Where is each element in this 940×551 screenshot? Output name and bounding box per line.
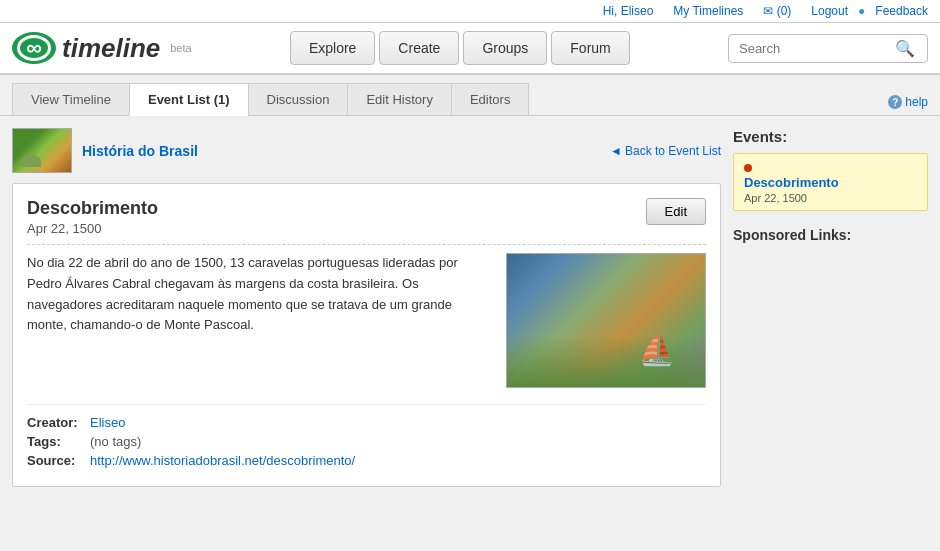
creator-value: Eliseo — [90, 415, 125, 430]
timeline-thumbnail — [12, 128, 72, 173]
hi-user-link[interactable]: Hi, Eliseo — [603, 4, 654, 18]
tab-edit-history[interactable]: Edit History — [347, 83, 450, 115]
help-icon: ? — [888, 95, 902, 109]
help-label: help — [905, 95, 928, 109]
header: timeline beta Explore Create Groups Foru… — [0, 23, 940, 75]
search-input[interactable] — [735, 35, 895, 62]
tab-event-list[interactable]: Event List (1) — [129, 83, 248, 116]
tags-value: (no tags) — [90, 434, 141, 449]
tab-view-timeline[interactable]: View Timeline — [12, 83, 129, 115]
event-body: No dia 22 de abril do ano de 1500, 13 ca… — [27, 253, 706, 388]
back-to-event-list-link[interactable]: ◄ Back to Event List — [610, 144, 721, 158]
right-panel: Events: Descobrimento Apr 22, 1500 Spons… — [733, 128, 928, 504]
groups-button[interactable]: Groups — [463, 31, 547, 65]
timeline-title: História do Brasil — [82, 143, 198, 159]
sidebar-event-link[interactable]: Descobrimento — [744, 175, 917, 190]
events-title: Events: — [733, 128, 928, 145]
source-link[interactable]: http://www.historiadobrasil.net/descobri… — [90, 453, 355, 468]
event-separator — [27, 244, 706, 245]
tags-label: Tags: — [27, 434, 82, 449]
event-title: Descobrimento — [27, 198, 158, 219]
creator-link[interactable]: Eliseo — [90, 415, 125, 430]
sponsored-section: Sponsored Links: — [733, 227, 928, 243]
my-timelines-link[interactable]: My Timelines — [673, 4, 743, 18]
event-title-area: Descobrimento Apr 22, 1500 — [27, 198, 158, 236]
logo-icon — [12, 32, 56, 64]
logo-beta: beta — [170, 42, 191, 54]
tabs-container: View Timeline Event List (1) Discussion … — [0, 75, 940, 116]
timeline-title-link[interactable]: História do Brasil — [82, 143, 198, 159]
forum-button[interactable]: Forum — [551, 31, 629, 65]
event-dot — [744, 164, 752, 172]
logout-link[interactable]: Logout — [811, 4, 848, 18]
sidebar-event-date: Apr 22, 1500 — [744, 192, 917, 204]
event-header: Descobrimento Apr 22, 1500 Edit — [27, 198, 706, 236]
tags-row: Tags: (no tags) — [27, 434, 706, 449]
timeline-header: História do Brasil ◄ Back to Event List — [12, 128, 721, 173]
messages-link[interactable]: ✉ (0) — [763, 4, 791, 18]
nav-buttons: Explore Create Groups Forum — [290, 31, 630, 65]
main-content: História do Brasil ◄ Back to Event List … — [0, 116, 940, 516]
event-image — [506, 253, 706, 388]
create-button[interactable]: Create — [379, 31, 459, 65]
event-date: Apr 22, 1500 — [27, 221, 158, 236]
event-card: Descobrimento Apr 22, 1500 Edit No dia 2… — [12, 183, 721, 487]
tab-discussion[interactable]: Discussion — [248, 83, 348, 115]
tab-editors[interactable]: Editors — [451, 83, 529, 115]
event-footer: Creator: Eliseo Tags: (no tags) Source: … — [27, 404, 706, 468]
events-section: Events: Descobrimento Apr 22, 1500 — [733, 128, 928, 211]
feedback-icon: ● — [858, 4, 865, 18]
sponsored-title: Sponsored Links: — [733, 227, 928, 243]
logo-area: timeline beta — [12, 32, 192, 64]
source-label: Source: — [27, 453, 82, 468]
top-bar: Hi, Eliseo My Timelines ✉ (0) Logout ● F… — [0, 0, 940, 23]
explore-button[interactable]: Explore — [290, 31, 375, 65]
back-chevron: ◄ — [610, 144, 622, 158]
tabs: View Timeline Event List (1) Discussion … — [12, 83, 529, 115]
sidebar-event-item: Descobrimento Apr 22, 1500 — [733, 153, 928, 211]
event-text: No dia 22 de abril do ano de 1500, 13 ca… — [27, 253, 490, 388]
creator-row: Creator: Eliseo — [27, 415, 706, 430]
creator-label: Creator: — [27, 415, 82, 430]
source-row: Source: http://www.historiadobrasil.net/… — [27, 453, 706, 468]
source-value: http://www.historiadobrasil.net/descobri… — [90, 453, 355, 468]
search-area: 🔍 — [728, 34, 928, 63]
help-link[interactable]: ? help — [888, 95, 928, 109]
search-button[interactable]: 🔍 — [895, 39, 915, 58]
edit-button[interactable]: Edit — [646, 198, 706, 225]
feedback-link[interactable]: Feedback — [875, 4, 928, 18]
sidebar-event-title-row: Descobrimento — [744, 160, 917, 190]
back-label: Back to Event List — [625, 144, 721, 158]
left-panel: História do Brasil ◄ Back to Event List … — [12, 128, 721, 504]
logo-text: timeline — [62, 33, 160, 64]
